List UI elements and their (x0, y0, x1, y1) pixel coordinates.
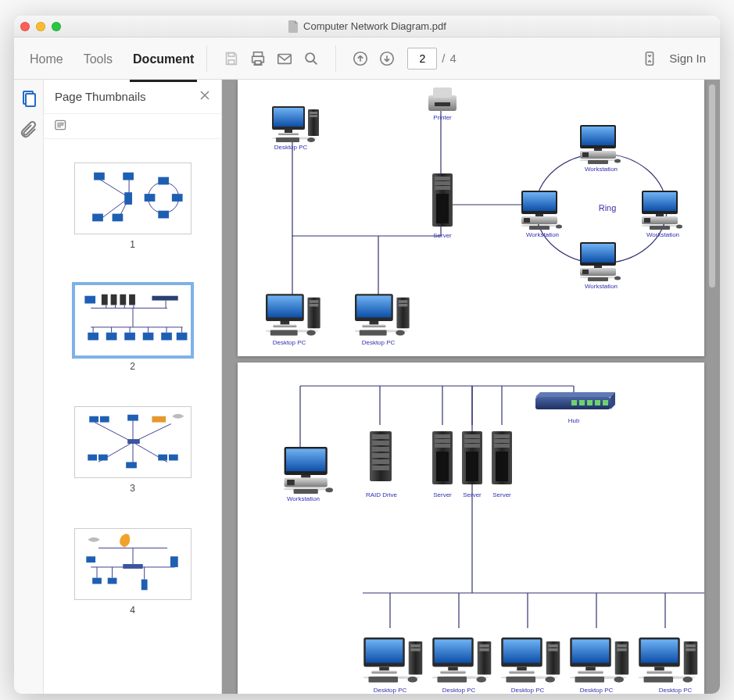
tab-document[interactable]: Document (131, 48, 195, 70)
label-desktop-pc: Desktop PC (273, 339, 306, 346)
window-controls (20, 22, 61, 31)
pdf-file-icon (288, 20, 299, 33)
device-workstation (521, 191, 564, 230)
svg-rect-57 (123, 173, 134, 180)
prev-page-button[interactable] (347, 45, 374, 72)
label-server: Server (433, 232, 452, 239)
tab-tools[interactable]: Tools (82, 48, 114, 70)
viewer-scrollbar[interactable] (709, 84, 715, 689)
svg-rect-97 (152, 416, 166, 423)
label-workstation: Workstation (526, 231, 559, 238)
email-button[interactable] (271, 45, 298, 72)
thumbnail-page-2[interactable]: 2 (74, 284, 192, 372)
page-indicator: / 4 (407, 48, 457, 70)
device-raid (370, 431, 393, 488)
document-viewer[interactable]: Desktop PC Printer Server Desktop PC Des… (222, 80, 720, 694)
label-server: Server (463, 491, 482, 498)
save-button (218, 45, 245, 72)
thumbnail-page-1[interactable]: 1 (74, 162, 192, 250)
thumbnails-icon[interactable] (20, 89, 38, 108)
thumbnail-page-3[interactable]: 3 (74, 406, 192, 494)
svg-rect-65 (84, 296, 95, 304)
attachment-icon[interactable] (20, 120, 38, 139)
device-workstation (580, 125, 622, 164)
page-separator: / (442, 52, 445, 65)
window-title: Computer Network Diagram.pdf (14, 20, 720, 33)
sidebar-rail (14, 80, 44, 694)
svg-rect-103 (98, 455, 107, 461)
label-desktop-pc: Desktop PC (511, 687, 545, 694)
svg-rect-69 (129, 295, 135, 305)
svg-rect-106 (168, 455, 177, 461)
svg-line-91 (95, 423, 133, 442)
tab-home[interactable]: Home (28, 48, 65, 70)
mobile-link-button[interactable] (636, 45, 663, 72)
svg-rect-39 (229, 52, 235, 56)
next-page-button[interactable] (374, 45, 400, 72)
svg-rect-60 (112, 214, 123, 222)
svg-rect-43 (278, 54, 292, 63)
svg-rect-83 (161, 333, 172, 341)
toolbar: Home Tools Document / 4 Sign In (14, 38, 720, 80)
window-titlebar: Computer Network Diagram.pdf (14, 16, 720, 38)
device-desktop-pc (570, 638, 631, 684)
search-button[interactable] (298, 45, 324, 72)
document-page-lower: Workstation RAID Drive Server Server Ser… (238, 362, 704, 694)
svg-rect-63 (171, 194, 182, 202)
label-desktop-pc: Desktop PC (374, 687, 407, 694)
svg-rect-82 (142, 333, 153, 341)
label-raid: RAID Drive (366, 491, 397, 498)
svg-rect-81 (124, 333, 135, 341)
svg-rect-66 (101, 295, 107, 305)
device-workstation (284, 447, 335, 494)
label-desktop-pc: Desktop PC (659, 687, 693, 694)
close-window-button[interactable] (20, 22, 30, 31)
label-desktop-pc: Desktop PC (274, 144, 308, 151)
thumbnail-label: 3 (74, 483, 192, 494)
page-number-input[interactable] (407, 48, 437, 70)
device-server (432, 173, 453, 230)
svg-rect-79 (88, 333, 98, 341)
device-desktop-pc (639, 638, 700, 684)
label-workstation: Workstation (287, 495, 320, 502)
panel-options-button[interactable] (55, 118, 73, 134)
svg-rect-68 (120, 295, 126, 305)
thumbnails-panel: Page Thumbnails (44, 80, 222, 694)
svg-rect-64 (158, 211, 169, 219)
thumbnail-list[interactable]: 1 (44, 139, 221, 694)
label-workstation: Workstation (585, 283, 618, 290)
svg-rect-116 (141, 580, 147, 591)
svg-rect-111 (123, 564, 142, 569)
scrollbar-thumb[interactable] (709, 84, 715, 288)
svg-rect-99 (99, 416, 109, 423)
page-total: 4 (449, 52, 456, 65)
app-body: Page Thumbnails (14, 80, 720, 694)
device-workstation (580, 242, 622, 281)
panel-header: Page Thumbnails (44, 80, 221, 114)
svg-point-44 (306, 53, 314, 62)
svg-rect-67 (110, 295, 116, 305)
label-server: Server (433, 491, 452, 498)
window-title-text: Computer Network Diagram.pdf (303, 20, 446, 32)
device-desktop-pc (363, 638, 424, 684)
label-desktop-pc: Desktop PC (362, 339, 396, 346)
document-page-upper: Desktop PC Printer Server Desktop PC Des… (238, 80, 704, 356)
svg-rect-105 (158, 455, 167, 461)
label-workstation: Workstation (585, 166, 618, 173)
sign-in-button[interactable]: Sign In (663, 48, 712, 68)
svg-rect-56 (94, 173, 105, 180)
device-printer (427, 88, 458, 112)
print-button[interactable] (245, 45, 271, 72)
label-printer: Printer (433, 114, 452, 121)
thumbnail-label: 2 (74, 361, 192, 372)
zoom-window-button[interactable] (52, 22, 61, 31)
svg-rect-70 (152, 296, 177, 301)
svg-rect-104 (126, 462, 137, 468)
svg-rect-47 (646, 52, 653, 65)
close-panel-button[interactable] (199, 88, 210, 105)
thumbnail-page-4[interactable]: 4 (74, 528, 192, 616)
minimize-window-button[interactable] (36, 22, 45, 31)
device-server (432, 431, 453, 488)
label-desktop-pc: Desktop PC (580, 687, 614, 694)
label-server: Server (492, 491, 511, 498)
